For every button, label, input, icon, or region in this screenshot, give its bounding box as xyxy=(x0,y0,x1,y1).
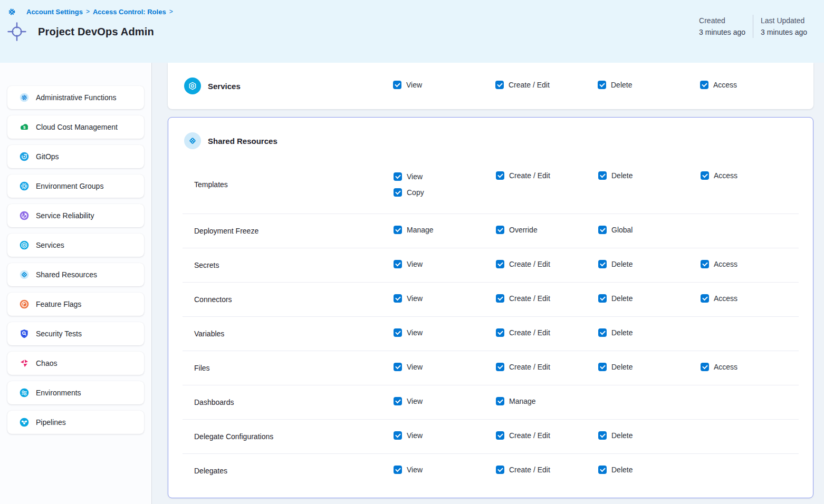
checkbox-checked-icon xyxy=(598,328,607,337)
sidebar-item-cloud-cost-management[interactable]: $ Cloud Cost Management xyxy=(7,115,144,139)
delegates-view-checkbox[interactable]: View xyxy=(394,466,423,474)
delegate-configurations-delete-checkbox[interactable]: Delete xyxy=(598,431,633,440)
checkbox-checked-icon xyxy=(598,294,607,303)
sidebar-item-label: Service Reliability xyxy=(36,211,94,220)
services-create-edit-checkbox[interactable]: Create / Edit xyxy=(495,81,550,89)
checkbox-checked-icon xyxy=(598,466,607,474)
connectors-access-checkbox[interactable]: Access xyxy=(701,294,737,303)
deployment-freeze-manage-checkbox[interactable]: Manage xyxy=(394,226,434,234)
environment-groups-icon xyxy=(19,181,30,191)
checkbox-checked-icon xyxy=(394,363,402,371)
connectors-delete-checkbox[interactable]: Delete xyxy=(598,294,633,303)
files-view-checkbox[interactable]: View xyxy=(394,363,423,371)
delegates-delete-checkbox[interactable]: Delete xyxy=(598,466,633,474)
sidebar-item-feature-flags[interactable]: Feature Flags xyxy=(7,293,144,316)
checkbox-checked-icon xyxy=(701,260,709,268)
gitops-icon xyxy=(19,151,30,162)
variables-delete-checkbox[interactable]: Delete xyxy=(598,328,633,337)
connectors-create-edit-checkbox[interactable]: Create / Edit xyxy=(496,294,550,303)
permission-row-templates: Templates View Copy Create / Edit Delete… xyxy=(183,156,799,214)
sidebar-item-security-tests[interactable]: Security Tests xyxy=(7,322,144,345)
files-access-checkbox[interactable]: Access xyxy=(701,363,737,371)
secrets-view-checkbox[interactable]: View xyxy=(394,260,423,268)
deployment-freeze-override-checkbox[interactable]: Override xyxy=(496,226,538,234)
templates-copy-checkbox[interactable]: Copy xyxy=(394,188,424,197)
checkbox-checked-icon xyxy=(598,226,607,234)
checkbox-checked-icon xyxy=(394,397,402,405)
templates-access-checkbox[interactable]: Access xyxy=(701,171,737,180)
delegates-create-edit-checkbox[interactable]: Create / Edit xyxy=(496,466,550,474)
breadcrumb-account-settings[interactable]: Account Settings xyxy=(26,8,83,16)
environments-icon xyxy=(19,387,30,398)
sidebar-item-services[interactable]: Services xyxy=(7,234,144,257)
variables-view-checkbox[interactable]: View xyxy=(394,328,423,337)
sidebar-item-shared-resources[interactable]: Shared Resources xyxy=(7,263,144,286)
sidebar-item-pipelines[interactable]: Pipelines xyxy=(7,411,144,434)
shared-resources-card-header: Shared Resources xyxy=(168,118,813,156)
services-access-checkbox[interactable]: Access xyxy=(700,81,737,89)
sidebar-item-gitops[interactable]: GitOps xyxy=(7,145,144,168)
checkbox-checked-icon xyxy=(700,81,708,89)
checkbox-checked-icon xyxy=(598,81,606,89)
services-delete-checkbox[interactable]: Delete xyxy=(598,81,632,89)
sidebar-item-chaos[interactable]: Chaos xyxy=(7,352,144,375)
deployment-freeze-global-checkbox[interactable]: Global xyxy=(598,226,633,234)
checkbox-checked-icon xyxy=(496,171,504,180)
shared-resources-icon xyxy=(184,132,201,149)
services-view-checkbox[interactable]: View xyxy=(393,81,422,89)
secrets-access-checkbox[interactable]: Access xyxy=(701,260,737,268)
checkbox-checked-icon xyxy=(598,260,607,268)
checkbox-checked-icon xyxy=(496,328,504,337)
connectors-view-checkbox[interactable]: View xyxy=(394,294,423,303)
delegate-configurations-create-edit-checkbox[interactable]: Create / Edit xyxy=(496,431,550,440)
created-label: Created xyxy=(699,15,745,26)
dashboards-view-checkbox[interactable]: View xyxy=(394,397,423,405)
services-card-title: Services xyxy=(208,82,241,91)
checkbox-checked-icon xyxy=(496,363,504,371)
checkbox-checked-icon xyxy=(701,294,709,303)
sidebar-item-administrative-functions[interactable]: Administrative Functions xyxy=(7,86,144,109)
secrets-delete-checkbox[interactable]: Delete xyxy=(598,260,633,268)
feature-flags-icon xyxy=(19,299,30,309)
templates-delete-checkbox[interactable]: Delete xyxy=(598,171,633,180)
permission-row-deployment-freeze: Deployment Freeze Manage Override Global xyxy=(183,214,799,248)
sidebar-item-service-reliability[interactable]: Service Reliability xyxy=(7,204,144,227)
page-title: Project DevOps Admin xyxy=(38,26,154,38)
sidebar-item-label: Administrative Functions xyxy=(36,93,117,102)
row-label: Connectors xyxy=(194,295,394,304)
secrets-create-edit-checkbox[interactable]: Create / Edit xyxy=(496,260,550,268)
templates-view-checkbox[interactable]: View xyxy=(394,172,423,181)
svg-text:$: $ xyxy=(23,125,26,130)
row-label: Delegates xyxy=(194,467,394,475)
checkbox-checked-icon xyxy=(701,171,709,180)
files-delete-checkbox[interactable]: Delete xyxy=(598,363,633,371)
services-hex-icon xyxy=(19,240,30,250)
templates-create-edit-checkbox[interactable]: Create / Edit xyxy=(496,171,550,180)
dashboards-manage-checkbox[interactable]: Manage xyxy=(496,397,536,405)
files-create-edit-checkbox[interactable]: Create / Edit xyxy=(496,363,550,371)
checkbox-checked-icon xyxy=(496,431,504,440)
checkbox-checked-icon xyxy=(496,294,504,303)
settings-gear-icon xyxy=(6,6,17,17)
created-value: 3 minutes ago xyxy=(699,26,745,38)
checkbox-checked-icon xyxy=(394,466,402,474)
row-label: Files xyxy=(194,364,394,372)
delegate-configurations-view-checkbox[interactable]: View xyxy=(394,431,423,440)
permission-row-delegate-configurations: Delegate Configurations View Create / Ed… xyxy=(183,419,799,453)
variables-create-edit-checkbox[interactable]: Create / Edit xyxy=(496,328,550,337)
sidebar-item-label: GitOps xyxy=(36,152,59,161)
breadcrumb-access-control-roles[interactable]: Access Control: Roles xyxy=(93,8,166,16)
permission-row-secrets: Secrets View Create / Edit Delete Access xyxy=(183,248,799,282)
checkbox-checked-icon xyxy=(394,226,402,234)
gear-icon xyxy=(19,92,30,103)
checkbox-checked-icon xyxy=(394,188,402,197)
row-label: Delegate Configurations xyxy=(194,432,394,441)
sidebar-item-environments[interactable]: Environments xyxy=(7,381,144,404)
permission-row-connectors: Connectors View Create / Edit Delete Acc… xyxy=(183,282,799,316)
last-updated-label: Last Updated xyxy=(761,15,807,26)
permission-row-variables: Variables View Create / Edit Delete xyxy=(183,316,799,351)
checkbox-checked-icon xyxy=(701,363,709,371)
page-header: Account Settings > Access Control: Roles… xyxy=(0,0,824,63)
row-label: Deployment Freeze xyxy=(194,227,394,235)
sidebar-item-environment-groups[interactable]: Environment Groups xyxy=(7,175,144,198)
